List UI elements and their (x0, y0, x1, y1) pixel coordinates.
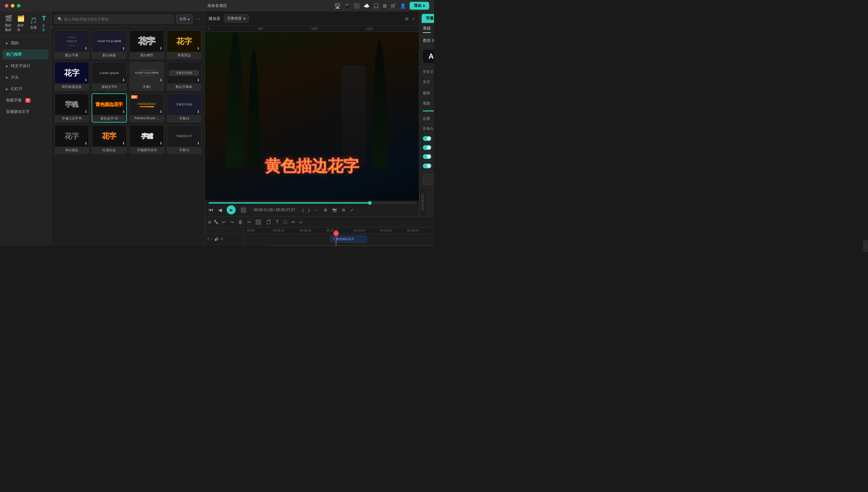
media-item-default-subtitle[interactable]: 字幕文字 ⬇ 默认字幕 (54, 30, 89, 59)
toolbar-audio[interactable]: 🎵 音频 (27, 15, 40, 32)
redo-button[interactable]: ↪ (229, 218, 235, 226)
fullscreen-icon[interactable]: ⤢ (412, 16, 415, 21)
cloud-icon[interactable]: ☁️ (363, 3, 370, 9)
store-icon[interactable]: 🛒 (390, 3, 396, 9)
timeline-magnet-icon[interactable]: 🔧 (214, 220, 218, 224)
maximize-button[interactable] (17, 4, 21, 7)
media-item-yellow-black[interactable]: 花字 ⬇ 黄底黑边 (167, 30, 202, 59)
thumb-default-title: YOUR TITLE HERE ⬇ (92, 31, 126, 52)
media-item-basic-text[interactable]: Lorem ipsum ⬇ 基础文字6 (92, 62, 126, 91)
settings2-button[interactable]: ⚙ (342, 208, 345, 212)
sidebar-item-slideshow[interactable]: ▶ 幻灯片 (2, 84, 49, 94)
stop-button[interactable]: ⬛ (240, 207, 247, 213)
grid-view-icon[interactable]: ⊞ (405, 16, 409, 21)
track-num-2: 2 (207, 237, 209, 241)
video-track-item[interactable]: ▶ video-miao (270, 246, 434, 246)
text-button[interactable]: T (275, 219, 280, 226)
search-input[interactable] (64, 17, 170, 21)
devices-icon[interactable]: 📱 (344, 3, 350, 9)
media-item-label9: 字魂江汉手书 (55, 115, 89, 122)
timeline-track-add-icon[interactable]: ⊞ (208, 220, 211, 224)
preview-and-right: 播放器 完整画质 ▾ ⊞ ⤢ 0 500 1 (205, 11, 434, 217)
main-layout: 🎬 我的素材 🗂️ 素材库 🎵 音频 T 文字 ⬛ 转场 ✨ 特效 (0, 11, 434, 246)
more-options-icon[interactable]: ··· (195, 15, 202, 23)
media-item-zihun[interactable]: 字魂 ⬇ 字魂江汉手书 (54, 93, 89, 123)
media-item-yellow-outline[interactable]: 黄色描边花字 ⬇ 黄色花字 02 (92, 93, 126, 123)
filter-button[interactable]: 全部 ▾ (176, 15, 193, 24)
preview-canvas: 黄色描边花字 (205, 32, 419, 201)
close-button[interactable] (5, 4, 8, 7)
media-item-red-outline[interactable]: 花字 ⬇ 红底白边 (92, 125, 126, 154)
media-item-black-mirror[interactable]: 花字 ⬇ 黑白镂空 (129, 30, 164, 59)
sidebar-item-audio-driven[interactable]: 音频驱动文字 (2, 106, 49, 117)
draw-button[interactable]: ✏ (290, 218, 296, 226)
toolbar-library-label: 素材库 (17, 23, 25, 32)
shape-toggle[interactable] (423, 145, 431, 150)
cut-button[interactable]: ✂ (246, 218, 252, 226)
reset-button[interactable]: 重置 (423, 174, 434, 184)
toolbar-text[interactable]: T 文字 (40, 13, 48, 34)
stroke-toggle[interactable] (423, 164, 431, 168)
screen-button[interactable]: 🖥 (323, 208, 327, 212)
media-item-single-outline[interactable]: 花字 ⬇ 单白描边 (54, 125, 89, 154)
rewind-button[interactable]: ⏮ (209, 207, 213, 213)
sidebar-item-pure-text[interactable]: ▶ 纯文字设计 (2, 61, 49, 71)
sidebar-item-my[interactable]: ▶ 我的 (2, 38, 49, 48)
sub-tab-basic[interactable]: 基础 (423, 26, 431, 33)
media-item-caption-15[interactable]: 字幕文字内容 ⬇ 字幕15 (167, 93, 202, 123)
shape-button[interactable]: ⬡ (282, 218, 288, 226)
template-icon[interactable]: ⬛ (354, 3, 360, 9)
media-item-simple-deep-blue[interactable]: 花字 ⬇ 简约标题深蓝 (54, 62, 89, 91)
search-box[interactable]: 🔍 (54, 15, 173, 24)
export-chevron-icon: ▾ (423, 4, 425, 8)
export-button[interactable]: 导出 ▾ (409, 2, 429, 10)
toolbar-library[interactable]: 🗂️ 素材库 (15, 13, 27, 34)
keyframe-handle-7[interactable] (421, 207, 424, 211)
more-tools-icon[interactable]: » (299, 219, 303, 226)
minimize-button[interactable] (11, 4, 15, 7)
undo-button[interactable]: ↩ (221, 218, 227, 226)
frame-back-button[interactable]: ◀ (218, 207, 222, 213)
section-transform[interactable]: 形变 ▾ (419, 77, 434, 87)
bezier-toggle[interactable] (423, 154, 431, 159)
media-item-default-caption[interactable]: 字幕文字内容 ⬇ 默认字幕条 (167, 62, 202, 91)
headset-icon[interactable]: 🎧 (373, 3, 379, 9)
mark-in-button[interactable]: { (302, 208, 304, 212)
scale-slider[interactable] (423, 110, 434, 112)
project-icon[interactable]: 🖥️ (334, 3, 341, 9)
bg-toggle[interactable] (423, 136, 431, 141)
play-button[interactable]: ▶ (227, 205, 236, 214)
toolbar-my-media[interactable]: 🎬 我的素材 (2, 13, 15, 34)
audio-button[interactable]: 🎵 (265, 218, 273, 226)
section-text-params[interactable]: 更多文字参数 ▾ (419, 67, 434, 77)
right-panel-scroll: 更多文字参数 ▾ 形变 ▾ 旋转 (419, 67, 434, 188)
mark-out-button[interactable]: } (308, 208, 309, 212)
delete-button[interactable]: 🗑 (237, 219, 244, 226)
camera-button[interactable]: 📷 (332, 208, 337, 212)
media-item-default-title[interactable]: YOUR TITLE HERE ⬇ 默认标题 (92, 30, 126, 59)
track-visibility-icon[interactable]: 👁 (220, 237, 224, 241)
section-blend[interactable]: 影像合成 ▾ (419, 124, 434, 134)
track-add-icon[interactable]: + (211, 237, 213, 241)
sidebar-item-smart-caption[interactable]: 智能字幕 新 (2, 95, 49, 105)
tab-caption[interactable]: 字幕 (422, 14, 434, 23)
progress-bar[interactable] (209, 202, 415, 203)
download-icon8: ⬇ (197, 78, 200, 82)
quality-selector[interactable]: 完整画质 ▾ (224, 15, 249, 23)
profile-icon[interactable]: 👤 (400, 3, 406, 9)
text-track-item[interactable]: T 黄色描边花字 (331, 236, 367, 242)
media-item-painted-brush[interactable]: VIP Painted Brush ⬇ Painted Brush ... (129, 93, 164, 123)
media-item-caption-2[interactable]: YOUR TITLE HERE ⬇ 字幕2 (129, 62, 164, 91)
track-volume-icon[interactable]: 🔊 (214, 237, 219, 241)
expand-button[interactable]: ⤢ (350, 208, 354, 212)
sidebar-item-hot[interactable]: 热门推荐 (2, 49, 49, 59)
clip-options-button[interactable]: ⋯ (315, 208, 319, 212)
grid-icon[interactable]: ⊞ (383, 3, 387, 9)
media-item-zihun-outline[interactable]: 字魂 ⬇ 字魂细字绿书 (129, 125, 164, 154)
media-item-caption-15b[interactable]: 字幕内容文字 ⬇ 字幕15 (167, 125, 202, 154)
crop-button[interactable]: ⬛ (254, 218, 262, 226)
sidebar-item-header[interactable]: ▶ 片头 (2, 72, 49, 82)
font-style-1[interactable]: A (423, 50, 434, 63)
text-track-icon: T (333, 238, 334, 241)
progress-thumb[interactable] (368, 201, 372, 205)
